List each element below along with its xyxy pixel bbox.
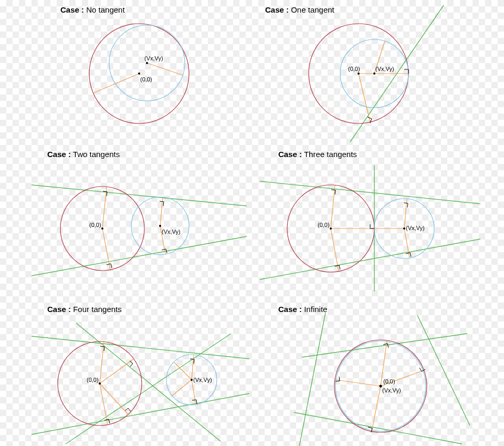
label-origin: (0,0) bbox=[87, 377, 99, 383]
right-angle-icon bbox=[160, 201, 164, 206]
dot-origin bbox=[358, 72, 360, 75]
radius-origin-bot bbox=[102, 229, 110, 269]
figure-infinite: (0,0) (Vx,Vy) bbox=[294, 313, 483, 446]
figure-two-tangents: (0,0) (Vx,Vy) bbox=[32, 163, 257, 284]
label-origin: (0,0) bbox=[318, 222, 330, 228]
label-v: (Vx,Vy) bbox=[193, 377, 212, 383]
tangent-ext-bot bbox=[32, 393, 249, 434]
radius-origin-bot bbox=[331, 229, 339, 271]
dot-origin bbox=[99, 382, 101, 385]
radius-o-top bbox=[100, 342, 104, 383]
dot-v bbox=[403, 227, 405, 230]
label-v: (Vx,Vy) bbox=[144, 55, 163, 61]
dot-origin bbox=[138, 72, 140, 75]
label-origin: (0,0) bbox=[348, 66, 360, 72]
right-angle-icon bbox=[107, 264, 112, 268]
tangent-top bbox=[32, 185, 247, 206]
right-angle-icon bbox=[404, 69, 408, 74]
radius-v-top bbox=[404, 199, 407, 229]
radius-3 bbox=[335, 380, 381, 386]
tangent-line bbox=[417, 315, 470, 426]
right-angle-icon bbox=[370, 224, 374, 229]
label-v: (Vx,Vy) bbox=[162, 229, 181, 235]
dot-origin bbox=[330, 227, 332, 230]
title-prefix: Case : bbox=[278, 150, 302, 159]
radius-origin-top bbox=[331, 185, 335, 229]
right-angle-icon bbox=[331, 190, 335, 194]
right-angle-icon bbox=[406, 253, 411, 257]
dot-v bbox=[373, 72, 375, 75]
tangent-int-1 bbox=[66, 334, 231, 444]
label-v: (Vx,Vy) bbox=[382, 387, 401, 393]
tangent-ext-top bbox=[32, 336, 249, 359]
title-main: Two tangents bbox=[73, 150, 120, 159]
title-main: Three tangents bbox=[304, 150, 357, 159]
label-origin: (0,0) bbox=[383, 378, 395, 385]
tangent-line bbox=[294, 412, 462, 444]
radius-origin-extra bbox=[359, 74, 370, 122]
case-title: Case : Two tangents bbox=[47, 150, 120, 159]
dot-v bbox=[191, 379, 193, 381]
label-origin: (0,0) bbox=[140, 76, 152, 82]
right-angle-icon bbox=[125, 408, 131, 411]
label-v: (Vx,Vy) bbox=[406, 225, 425, 231]
radius-v bbox=[147, 63, 183, 75]
right-angle-icon bbox=[162, 249, 167, 253]
figure-four-tangents: (0,0) (Vx,Vy) bbox=[32, 318, 257, 446]
radius-v-int2 bbox=[174, 362, 192, 380]
title-prefix: Case : bbox=[47, 305, 71, 314]
radius-origin-top bbox=[102, 187, 107, 229]
case-title: Case : Four tangents bbox=[47, 305, 122, 314]
radius-o-int2 bbox=[100, 383, 129, 415]
label-v: (Vx,Vy) bbox=[375, 66, 394, 72]
diagram-page: Case : No tangent (0,0) (Vx,Vy) Case : O… bbox=[0, 0, 504, 446]
title-prefix: Case : bbox=[265, 5, 289, 14]
radius-v-bot bbox=[192, 380, 196, 404]
title-prefix: Case : bbox=[47, 150, 71, 159]
title-main: Four tangents bbox=[73, 305, 122, 314]
radius-origin bbox=[93, 74, 139, 93]
case-title: Case : Three tangents bbox=[278, 150, 357, 159]
right-angle-icon bbox=[404, 203, 408, 208]
tangent-line bbox=[302, 334, 467, 357]
figure-three-tangents: (0,0) (Vx,Vy) bbox=[260, 163, 491, 294]
figure-no-tangent: (0,0) (Vx,Vy) bbox=[71, 13, 207, 134]
tangent-bottom bbox=[260, 239, 480, 279]
figure-one-tangent: (0,0) (Vx,Vy) bbox=[297, 11, 486, 142]
dot-origin bbox=[101, 227, 103, 230]
tangent-bottom bbox=[32, 236, 247, 276]
radius-o-int1 bbox=[100, 359, 134, 383]
radius-2 bbox=[372, 386, 381, 431]
tangent-line bbox=[299, 313, 326, 446]
radius-v-int1 bbox=[172, 380, 192, 396]
right-angle-icon bbox=[100, 346, 104, 351]
tangent-top bbox=[260, 181, 480, 204]
dot-v bbox=[146, 62, 148, 64]
label-origin: (0,0) bbox=[89, 222, 101, 228]
right-angle-icon bbox=[335, 265, 340, 269]
dot-v bbox=[159, 225, 161, 227]
dot-origin bbox=[380, 385, 382, 388]
